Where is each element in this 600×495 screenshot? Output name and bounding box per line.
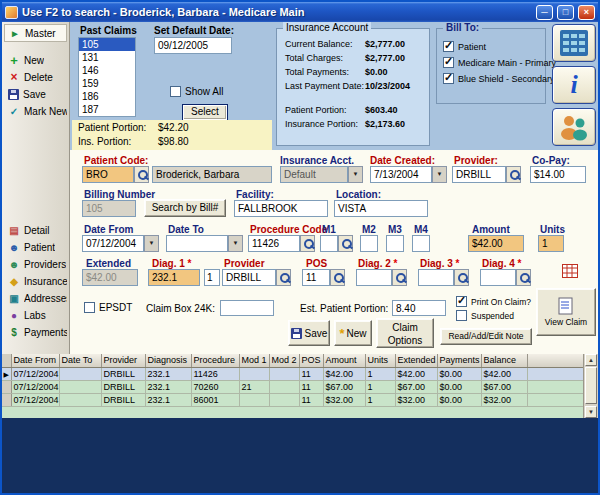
cell[interactable]: 1	[365, 367, 395, 380]
title-bar[interactable]: Use F2 to search - Broderick, Barbara - …	[2, 2, 598, 22]
m4-field[interactable]	[412, 235, 430, 252]
close-button[interactable]: ×	[578, 5, 595, 20]
claim-options-button[interactable]: Claim Options	[376, 318, 434, 348]
cell[interactable]: 70260	[191, 380, 239, 393]
insurance-acct-field[interactable]: Default	[280, 166, 348, 183]
diag2-lookup-button[interactable]	[392, 269, 407, 286]
cell[interactable]: 11	[299, 380, 323, 393]
column-header[interactable]: Date From	[11, 354, 59, 367]
diag4-field[interactable]	[480, 269, 516, 286]
ledger-button[interactable]	[552, 24, 596, 62]
cell[interactable]: $32.00	[481, 393, 527, 406]
new-claim-button[interactable]: * New	[334, 320, 372, 346]
pos-lookup-button[interactable]	[330, 269, 345, 286]
cell[interactable]: $67.00	[395, 380, 437, 393]
cell[interactable]: 07/12/2004	[11, 380, 59, 393]
provider-seq-field[interactable]: 1	[204, 269, 220, 286]
units-field[interactable]: 1	[538, 235, 564, 252]
sidebar-item-insurance[interactable]: ◆ Insurance	[4, 273, 67, 289]
diag3-field[interactable]	[418, 269, 454, 286]
pos-field[interactable]: 11	[302, 269, 330, 286]
sidebar-item-labs[interactable]: ● Labs	[4, 307, 67, 323]
column-header[interactable]: Procedure	[191, 354, 239, 367]
cell[interactable]: $0.00	[437, 380, 481, 393]
set-default-date-field[interactable]: 09/12/2005	[154, 37, 232, 54]
patient-code-field[interactable]: BRO	[82, 166, 134, 183]
cell[interactable]: 11426	[191, 367, 239, 380]
diag4-lookup-button[interactable]	[516, 269, 531, 286]
sidebar-item-payments[interactable]: $ Payments	[4, 324, 67, 340]
column-header[interactable]: Extended	[395, 354, 437, 367]
cell[interactable]: $0.00	[437, 367, 481, 380]
scroll-up-button[interactable]: ▲	[585, 354, 597, 366]
cell[interactable]: $42.00	[395, 367, 437, 380]
select-button[interactable]: Select	[182, 104, 228, 121]
cell[interactable]: 1	[365, 393, 395, 406]
bill-to-medicare-checkbox[interactable]: Medicare Main - Primary	[443, 57, 556, 68]
provider-row-lookup-button[interactable]	[276, 269, 291, 286]
past-claims-list[interactable]: 105 131 146 159 186 187	[78, 37, 136, 117]
m1-lookup-button[interactable]	[338, 235, 353, 252]
info-button[interactable]: i	[552, 66, 596, 104]
column-header[interactable]: POS	[299, 354, 323, 367]
search-by-bill-button[interactable]: Search by Bill#	[144, 199, 226, 217]
insurance-acct-dropdown[interactable]: ▼	[348, 166, 363, 183]
bill-to-patient-checkbox[interactable]: Patient	[443, 41, 486, 52]
sidebar-item-save[interactable]: Save	[4, 86, 67, 102]
cell[interactable]: $0.00	[437, 393, 481, 406]
table-row[interactable]: 07/12/2004 DRBILL 232.1 11426 11 $42.00 …	[2, 367, 583, 380]
cell[interactable]: $42.00	[481, 367, 527, 380]
cell[interactable]: 11	[299, 393, 323, 406]
list-item[interactable]: 187	[79, 103, 135, 116]
procedure-code-field[interactable]: 11426	[248, 235, 300, 252]
cell[interactable]: 11	[299, 367, 323, 380]
view-claim-button[interactable]: View Claim	[536, 288, 596, 336]
procedure-lookup-button[interactable]	[300, 235, 315, 252]
column-header[interactable]: Units	[365, 354, 395, 367]
print-on-claim-checkbox[interactable]: Print On Claim?	[456, 296, 531, 307]
sidebar-item-new[interactable]: + New	[4, 52, 67, 68]
cell[interactable]: 232.1	[145, 393, 191, 406]
date-to-field[interactable]	[166, 235, 228, 252]
date-from-dropdown[interactable]: ▼	[144, 235, 159, 252]
maximize-button[interactable]: □	[557, 5, 574, 20]
column-header[interactable]: Provider	[101, 354, 145, 367]
sidebar-item-providers[interactable]: ☻ Providers	[4, 256, 67, 272]
patient-lookup-button[interactable]	[134, 166, 149, 183]
column-header[interactable]: Mod 2	[269, 354, 299, 367]
sidebar-item-addresses[interactable]: ▣ Addresses	[4, 290, 67, 306]
cell[interactable]: 232.1	[145, 367, 191, 380]
est-patient-portion-field[interactable]: 8.40	[392, 300, 446, 316]
epsdt-checkbox[interactable]: EPSDT	[84, 302, 132, 313]
cell[interactable]: $42.00	[323, 367, 365, 380]
scroll-down-button[interactable]: ▼	[585, 406, 597, 418]
m2-field[interactable]	[360, 235, 378, 252]
date-created-dropdown[interactable]: ▼	[432, 166, 447, 183]
cell[interactable]: 86001	[191, 393, 239, 406]
cell[interactable]: DRBILL	[101, 380, 145, 393]
column-header[interactable]: Mod 1	[239, 354, 269, 367]
minimize-button[interactable]: ─	[536, 5, 553, 20]
list-item[interactable]: 131	[79, 51, 135, 64]
cell[interactable]: 232.1	[145, 380, 191, 393]
sidebar-item-patient[interactable]: ☻ Patient	[4, 239, 67, 255]
diag1-field[interactable]: 232.1	[148, 269, 200, 286]
cell[interactable]: 07/12/2004	[11, 393, 59, 406]
diagnosis-grid-icon[interactable]	[562, 264, 578, 283]
column-header[interactable]: Date To	[59, 354, 101, 367]
cell[interactable]	[239, 393, 269, 406]
bill-to-blueshield-checkbox[interactable]: Blue Shield - Secondary	[443, 73, 555, 84]
patients-button[interactable]	[552, 108, 596, 146]
table-row[interactable]: 07/12/2004 DRBILL 232.1 86001 11 $32.00 …	[2, 393, 583, 406]
sidebar-item-delete[interactable]: × Delete	[4, 69, 67, 85]
sidebar-item-master[interactable]: ► Master	[4, 24, 67, 42]
provider-field[interactable]: DRBILL	[452, 166, 506, 183]
copay-field[interactable]: $14.00	[530, 166, 586, 183]
list-item[interactable]: 105	[79, 38, 135, 51]
column-header[interactable]: Diagnosis	[145, 354, 191, 367]
sidebar-item-mark-new[interactable]: ✓ Mark New	[4, 103, 67, 119]
cell[interactable]: $32.00	[395, 393, 437, 406]
cell[interactable]	[269, 367, 299, 380]
cell[interactable]	[269, 393, 299, 406]
m3-field[interactable]	[386, 235, 404, 252]
